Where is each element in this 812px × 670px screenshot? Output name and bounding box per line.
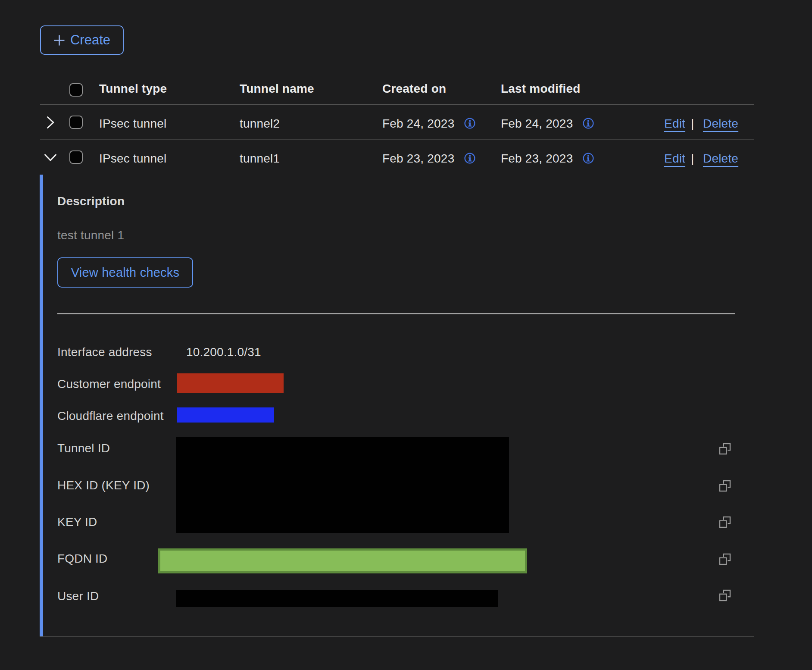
cell-last-modified: Feb 24, 2023 — [501, 106, 573, 141]
action-separator: | — [691, 141, 694, 176]
table-bottom-border — [40, 636, 754, 637]
info-icon[interactable] — [583, 153, 594, 164]
column-header-tunnel-type: Tunnel type — [99, 81, 167, 96]
view-health-checks-button[interactable]: View health checks — [57, 257, 193, 288]
info-icon[interactable] — [583, 118, 594, 129]
copy-icon — [719, 516, 731, 528]
description-value: test tunnel 1 — [57, 228, 124, 243]
edit-link[interactable]: Edit — [664, 141, 685, 176]
user-id-label: User ID — [57, 589, 99, 604]
row-checkbox[interactable] — [69, 150, 83, 164]
cell-created-on: Feb 24, 2023 — [382, 106, 454, 141]
edit-link[interactable]: Edit — [664, 106, 685, 141]
copy-icon — [719, 480, 731, 492]
interface-address-value: 10.200.1.0/31 — [186, 345, 261, 360]
copy-user-id-button[interactable] — [719, 589, 731, 601]
collapse-row-button[interactable] — [44, 151, 57, 164]
copy-fqdn-id-button[interactable] — [719, 553, 731, 565]
expand-row-button[interactable] — [44, 116, 57, 129]
chevron-down-icon — [44, 151, 57, 164]
plus-icon — [53, 34, 65, 46]
cell-tunnel-name: tunnel2 — [240, 106, 280, 141]
copy-hex-id-button[interactable] — [719, 480, 731, 492]
cloudflare-endpoint-label: Cloudflare endpoint — [57, 409, 164, 423]
delete-link[interactable]: Delete — [703, 141, 738, 176]
info-icon[interactable] — [464, 118, 475, 129]
copy-tunnel-id-button[interactable] — [719, 443, 731, 455]
table-row: IPsec tunnel tunnel2 Feb 24, 2023 Feb 24… — [40, 105, 754, 140]
ids-redaction — [176, 437, 509, 533]
customer-endpoint-label: Customer endpoint — [57, 377, 161, 391]
fqdn-id-label: FQDN ID — [57, 551, 108, 566]
cell-created-on: Feb 23, 2023 — [382, 141, 454, 176]
copy-icon — [719, 589, 731, 601]
create-button[interactable]: Create — [40, 25, 124, 55]
key-id-label: KEY ID — [57, 515, 97, 529]
column-header-tunnel-name: Tunnel name — [240, 81, 314, 96]
fqdn-id-redaction — [158, 548, 527, 573]
section-divider — [57, 313, 735, 314]
info-circle-icon — [464, 153, 475, 164]
customer-endpoint-redaction — [177, 373, 284, 393]
expanded-row-panel: Description test tunnel 1 View health ch… — [40, 175, 754, 636]
tunnels-page: Create Tunnel type Tunnel name Created o… — [0, 0, 812, 670]
info-circle-icon — [464, 118, 475, 129]
hex-id-label: HEX ID (KEY ID) — [57, 478, 150, 493]
info-icon[interactable] — [464, 153, 475, 164]
cloudflare-endpoint-redaction — [177, 407, 274, 423]
interface-address-label: Interface address — [57, 345, 152, 360]
select-all-checkbox[interactable] — [69, 83, 83, 97]
chevron-right-icon — [44, 116, 57, 129]
column-header-created-on: Created on — [382, 81, 446, 96]
action-separator: | — [691, 106, 694, 141]
copy-icon — [719, 443, 731, 455]
cell-tunnel-type: IPsec tunnel — [99, 141, 167, 176]
column-header-last-modified: Last modified — [501, 81, 581, 96]
copy-icon — [719, 553, 731, 565]
create-button-label: Create — [70, 32, 110, 48]
info-circle-icon — [583, 118, 594, 129]
tunnel-id-label: Tunnel ID — [57, 441, 110, 456]
info-circle-icon — [583, 153, 594, 164]
cell-last-modified: Feb 23, 2023 — [501, 141, 573, 176]
delete-link[interactable]: Delete — [703, 106, 738, 141]
copy-key-id-button[interactable] — [719, 516, 731, 528]
row-checkbox[interactable] — [69, 116, 83, 129]
cell-tunnel-name: tunnel1 — [240, 141, 280, 176]
table-header-row: Tunnel type Tunnel name Created on Last … — [40, 72, 754, 105]
description-heading: Description — [57, 194, 125, 209]
cell-tunnel-type: IPsec tunnel — [99, 106, 167, 141]
user-id-redaction — [176, 590, 498, 607]
table-row: IPsec tunnel tunnel1 Feb 23, 2023 Feb 23… — [40, 140, 754, 175]
